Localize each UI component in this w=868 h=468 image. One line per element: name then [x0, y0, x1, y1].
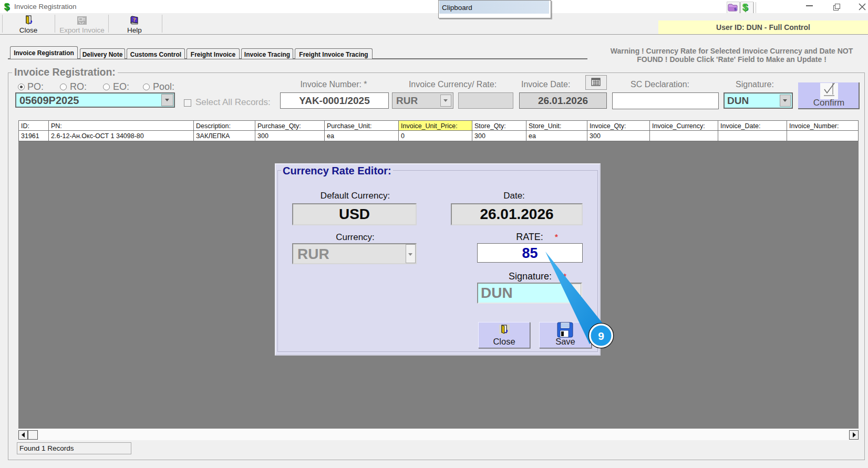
svg-text:9: 9 — [598, 330, 604, 342]
svg-text:?: ? — [133, 16, 136, 23]
svg-text:s: s — [734, 6, 737, 12]
